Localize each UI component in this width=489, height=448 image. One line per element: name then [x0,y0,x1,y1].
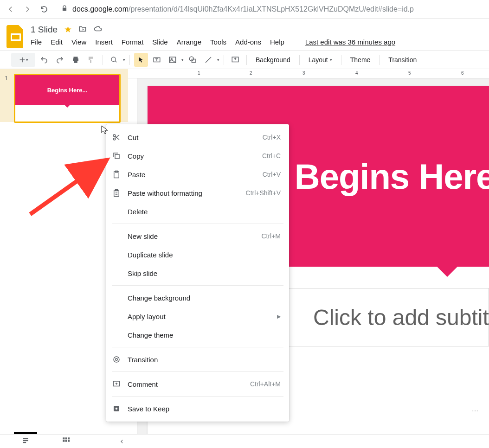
shortcut-label: Ctrl+M [261,232,281,240]
resize-handle-icon[interactable]: ⋯ [472,407,480,415]
svg-rect-22 [23,438,28,439]
context-menu-item[interactable]: Paste without formattingCtrl+Shift+V [106,184,289,202]
zoom-icon[interactable] [107,53,121,67]
context-menu-item[interactable]: Change background [106,288,289,307]
svg-rect-25 [63,437,64,439]
menu-help[interactable]: Help [270,38,284,46]
shortcut-label: Ctrl+V [263,171,281,178]
keep-icon [112,404,121,413]
menu-edit[interactable]: Edit [51,38,63,46]
line-icon[interactable] [201,53,215,67]
context-menu-label: Duplicate slide [128,251,281,259]
move-folder-icon[interactable] [78,25,87,35]
transition-icon [112,355,121,364]
theme-button[interactable]: Theme [346,56,375,64]
comment-icon[interactable] [228,53,242,67]
blank-icon [112,207,121,216]
svg-rect-23 [23,440,28,441]
browser-toolbar: docs.google.com/presentation/d/14lsqUi0h… [0,0,489,19]
shortcut-label: Ctrl+X [263,134,281,141]
blank-icon [112,330,121,339]
redo-icon[interactable] [53,53,67,67]
context-menu-label: Delete [128,208,281,216]
svg-rect-11 [115,154,119,159]
star-icon[interactable]: ★ [64,24,72,35]
menu-file[interactable]: File [31,38,42,46]
context-menu-item[interactable]: Change theme [106,326,289,344]
blank-icon [112,250,121,259]
paste-icon [112,170,121,179]
shortcut-label: Ctrl+Alt+M [250,380,281,388]
context-menu-label: Paste [128,171,256,179]
menu-addons[interactable]: Add-ons [235,38,261,46]
shape-icon[interactable] [186,53,199,67]
shortcut-label: Ctrl+C [262,152,281,160]
select-tool-icon[interactable] [134,53,148,67]
bottom-bar [0,434,489,448]
svg-rect-24 [23,442,26,442]
menu-slide[interactable]: Slide [152,38,167,46]
print-icon[interactable] [69,53,83,67]
context-menu: CutCtrl+XCopyCtrl+CPasteCtrl+VPaste with… [106,124,289,422]
url-display[interactable]: docs.google.com/presentation/d/14lsqUi0h… [72,5,414,13]
shortcut-label: Ctrl+Shift+V [246,189,281,197]
context-menu-item[interactable]: New slideCtrl+M [106,227,289,245]
document-title[interactable]: 1 Slide [31,25,58,35]
ruler-horizontal: 1 2 3 4 5 6 [128,69,489,78]
transition-button[interactable]: Transition [384,56,421,64]
context-menu-label: Comment [128,380,244,388]
back-icon[interactable] [6,5,15,13]
context-menu-item[interactable]: CopyCtrl+C [106,147,289,165]
svg-rect-28 [63,440,64,442]
svg-rect-30 [68,440,70,442]
blank-icon [112,312,121,321]
forward-icon[interactable] [23,5,32,13]
context-menu-item[interactable]: Save to Keep [106,399,289,418]
reload-icon[interactable] [40,5,48,13]
context-menu-label: Change background [128,294,281,302]
svg-rect-1 [12,35,19,39]
blank-icon [112,269,121,278]
background-button[interactable]: Background [251,56,295,64]
image-icon[interactable] [166,53,180,67]
lock-icon [61,5,68,13]
context-menu-label: Apply layout [128,313,270,320]
last-edit-link[interactable]: Last edit was 36 minutes ago [305,38,395,46]
menu-tools[interactable]: Tools [210,38,226,46]
thumbnail-number: 1 [5,74,14,117]
context-menu-item[interactable]: CommentCtrl+Alt+M [106,375,289,393]
slides-logo-icon[interactable] [6,25,25,48]
context-menu-item[interactable]: Apply layout▶ [106,307,289,326]
svg-point-17 [116,358,118,361]
context-menu-item[interactable]: Transition [106,350,289,369]
context-menu-label: Transition [128,356,281,364]
paint-format-icon[interactable] [84,53,98,67]
svg-point-20 [116,408,118,410]
grid-view-icon[interactable] [62,437,70,446]
context-menu-label: Copy [128,152,256,160]
menu-arrange[interactable]: Arrange [177,38,201,46]
textbox-icon[interactable] [150,53,164,67]
slide-thumbnail[interactable]: Begins Here... [14,74,121,123]
speaker-notes-icon[interactable] [21,437,30,446]
context-menu-item[interactable]: CutCtrl+X [106,128,289,147]
svg-rect-27 [68,437,70,439]
context-menu-item[interactable]: Skip slide [106,264,289,282]
menu-insert[interactable]: Insert [95,38,113,46]
context-menu-item[interactable]: PasteCtrl+V [106,165,289,184]
menu-view[interactable]: View [71,38,86,46]
scroll-left-icon[interactable] [116,437,128,446]
cloud-status-icon[interactable] [93,25,103,35]
new-slide-button[interactable]: ▾ [11,53,35,67]
app-header: 1 Slide ★ File Edit View Insert Format S… [0,19,489,51]
paste-plain-icon [112,188,121,198]
menu-format[interactable]: Format [122,38,144,46]
context-menu-label: Save to Keep [128,405,281,413]
layout-button[interactable]: Layout▾ [304,56,337,64]
context-menu-label: Cut [128,134,256,141]
context-menu-item[interactable]: Delete [106,202,289,221]
svg-point-2 [111,57,116,61]
undo-icon[interactable] [37,53,51,67]
context-menu-item[interactable]: Duplicate slide [106,245,289,264]
submenu-arrow-icon: ▶ [277,314,281,320]
